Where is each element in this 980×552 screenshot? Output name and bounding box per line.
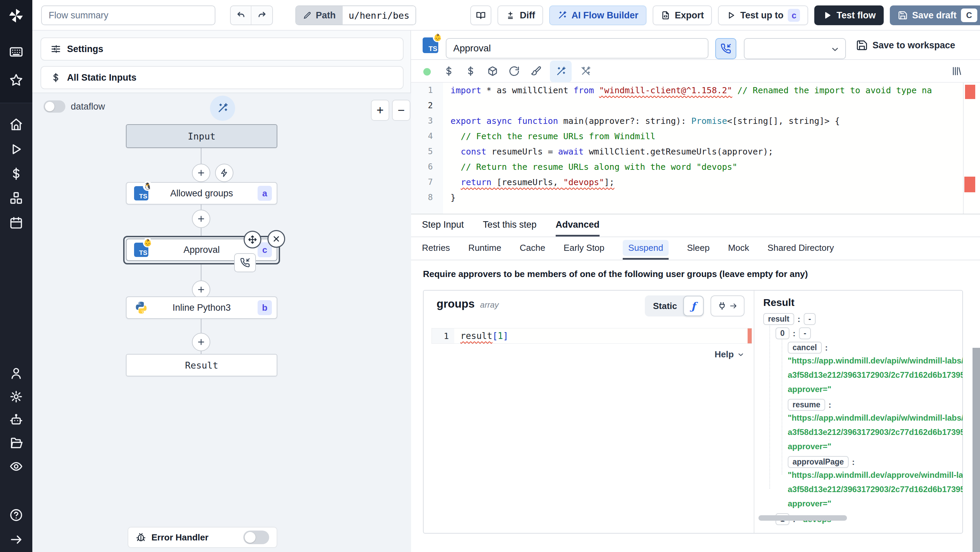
error-handler-toggle[interactable] — [243, 531, 269, 544]
ai-disable-button[interactable] — [578, 63, 593, 79]
expression-code[interactable]: result[1] — [454, 328, 748, 344]
boxes-icon[interactable] — [9, 191, 23, 205]
plus-icon — [197, 169, 205, 177]
subtab-shared-directory[interactable]: Shared Directory — [768, 238, 834, 260]
ai-graph-wand-button[interactable] — [210, 95, 235, 121]
save-draft-shortcut-badge: C — [961, 8, 977, 22]
subtab-sleep[interactable]: Sleep — [687, 238, 710, 260]
result-row[interactable]: cancel — [788, 342, 828, 353]
node-input[interactable]: Input — [126, 124, 277, 148]
expression-error-bar — [748, 328, 752, 344]
script-version-select[interactable] — [744, 38, 846, 59]
all-static-inputs-card[interactable]: All Static Inputs — [40, 66, 404, 89]
flow-graph-canvas[interactable]: dataflow + − Input TS 🐧 Allowed groups a — [32, 92, 411, 552]
step-emoji: 👶 — [143, 238, 153, 247]
windmill-logo[interactable] — [8, 8, 24, 24]
add-step-button[interactable] — [192, 333, 210, 351]
help-toggle[interactable]: Help — [714, 349, 745, 360]
tab-step-input[interactable]: Step Input — [422, 215, 464, 237]
resources-dollar-button[interactable] — [463, 63, 479, 79]
subtab-retries[interactable]: Retries — [422, 238, 450, 260]
subtab-cache[interactable]: Cache — [520, 238, 545, 260]
node-inline-python-id-badge: b — [258, 300, 272, 315]
zoom-out-button[interactable]: − — [392, 100, 410, 121]
dataflow-toggle[interactable] — [43, 100, 65, 113]
page-scrollbar[interactable] — [972, 348, 980, 552]
node-allowed-groups[interactable]: TS 🐧 Allowed groups a — [126, 182, 277, 205]
add-step-button[interactable] — [192, 210, 210, 228]
dataflow-label: dataflow — [71, 102, 105, 112]
result-row: a3f58d13e212/3963172903/2c77d162d6b17395… — [788, 428, 963, 437]
code-line-6: // Return the resume URLs along with the… — [450, 162, 980, 172]
groups-expression-editor[interactable]: 1 result[1] — [431, 328, 752, 344]
node-result[interactable]: Result — [126, 354, 277, 376]
add-step-button[interactable] — [192, 280, 210, 299]
redo-button[interactable] — [251, 6, 272, 24]
package-button[interactable] — [485, 63, 500, 79]
delete-node-button[interactable] — [267, 230, 285, 248]
help-icon[interactable] — [9, 508, 23, 522]
path-button[interactable]: Path — [296, 6, 343, 24]
result-row[interactable]: result- — [763, 313, 816, 325]
ai-flow-builder-button[interactable]: AI Flow Builder — [549, 5, 646, 25]
trigger-zap-button[interactable] — [215, 164, 234, 182]
keyboard-icon[interactable] — [9, 45, 23, 59]
reload-button[interactable] — [506, 63, 522, 79]
play-icon[interactable] — [9, 142, 23, 156]
variables-dollar-button[interactable] — [441, 63, 457, 79]
result-row[interactable]: approvalPage — [788, 456, 855, 468]
dollar-icon[interactable] — [9, 167, 23, 181]
docs-button[interactable] — [470, 5, 492, 25]
subtab-suspend[interactable]: Suspend — [623, 238, 669, 260]
test-flow-button[interactable]: Test flow — [814, 5, 884, 25]
ai-assist-button[interactable] — [550, 60, 572, 82]
error-handler-card[interactable]: Error Handler — [127, 527, 277, 548]
subtab-early-stop[interactable]: Early Stop — [563, 238, 605, 260]
horizontal-scrollbar[interactable] — [759, 515, 847, 521]
save-to-workspace-button[interactable]: Save to workspace — [856, 40, 955, 51]
eye-icon[interactable] — [9, 460, 23, 473]
editor-scroll-strip[interactable] — [963, 83, 964, 214]
test-up-to-step-badge: c — [788, 9, 800, 22]
result-row: "https://app.windmill.dev/approve/windmi… — [788, 470, 963, 480]
calendar-icon[interactable] — [9, 216, 23, 230]
settings-card[interactable]: Settings — [40, 37, 404, 60]
add-step-button[interactable] — [192, 164, 210, 182]
code-editor[interactable]: 1 2 3 4 5 6 7 8 import * as wmillClient … — [411, 83, 980, 214]
user-icon[interactable] — [9, 366, 23, 380]
wand-icon — [557, 11, 567, 20]
format-brush-button[interactable] — [528, 63, 544, 79]
move-node-button[interactable] — [243, 231, 261, 248]
library-button[interactable] — [949, 63, 964, 79]
tab-test-this-step[interactable]: Test this step — [483, 215, 537, 237]
arrow-right-icon[interactable] — [9, 533, 23, 547]
undo-button[interactable] — [231, 6, 251, 24]
step-name-input[interactable] — [446, 38, 708, 59]
subtab-runtime[interactable]: Runtime — [468, 238, 501, 260]
path-control[interactable]: Path u/henri/bes — [295, 5, 416, 25]
home-icon[interactable] — [9, 118, 23, 131]
plus-icon — [197, 285, 205, 294]
test-up-to-label: Test up to — [740, 10, 783, 21]
folder-open-icon[interactable] — [9, 436, 23, 450]
node-inline-python[interactable]: Inline Python3 b — [126, 296, 277, 319]
flow-summary-input[interactable] — [41, 5, 215, 25]
subtab-mock[interactable]: Mock — [728, 238, 749, 260]
test-up-to-button[interactable]: Test up to c — [718, 5, 808, 25]
export-button[interactable]: Export — [653, 5, 712, 25]
suspend-indicator-button[interactable] — [715, 38, 737, 59]
gear-icon[interactable] — [9, 390, 23, 404]
suspend-approval-badge[interactable] — [234, 253, 256, 272]
connect-input-button[interactable] — [711, 295, 745, 317]
wand-icon — [217, 102, 228, 114]
result-row[interactable]: 0- — [775, 328, 811, 339]
star-icon[interactable] — [9, 73, 23, 87]
save-draft-button[interactable]: Save draft C — [890, 5, 980, 25]
function-mode-button[interactable]: ƒ — [683, 296, 704, 316]
tab-advanced[interactable]: Advanced — [556, 215, 600, 237]
zoom-in-button[interactable]: + — [371, 100, 389, 121]
result-row[interactable]: resume — [788, 399, 831, 411]
static-expression-toggle[interactable]: Static ƒ — [645, 295, 704, 317]
diff-button[interactable]: Diff — [498, 5, 543, 25]
robot-icon[interactable] — [9, 413, 23, 427]
